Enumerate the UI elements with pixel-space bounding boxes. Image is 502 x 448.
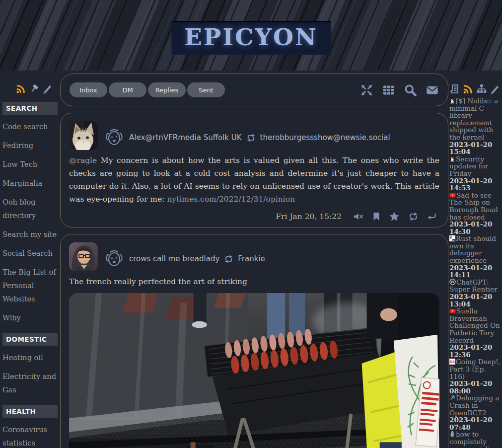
bookmark-icon[interactable]: [372, 212, 380, 221]
profile-banner[interactable]: EPICYON: [0, 0, 502, 71]
instance-title: EPICYON: [171, 21, 331, 55]
newswire-title[interactable]: Debugging a Crash in OpenRCT2: [449, 394, 499, 416]
sidebar-link-coronavirus-statistics[interactable]: Coronavirus statistics: [2, 423, 58, 448]
share-tree-icon[interactable]: [476, 83, 487, 94]
tab-dm[interactable]: DM: [109, 82, 146, 97]
newswire-date: 2023-01-20 14:53: [449, 177, 501, 192]
envelope-icon[interactable]: [426, 83, 439, 97]
post-boosted-from[interactable]: Frankie: [238, 254, 265, 263]
sidebar-link-wiby[interactable]: Wiby: [2, 311, 58, 325]
yw-favicon-icon: Yw: [449, 235, 455, 241]
tab-replies[interactable]: Replies: [148, 82, 186, 97]
newswire-title[interactable]: Sad to see The Ship on Borough Road has …: [449, 191, 498, 221]
sidebar-link-search-my-site[interactable]: Search my site: [2, 228, 58, 241]
newswire-title[interactable]: Rust should own its debugger experience: [449, 234, 496, 264]
sidebar-link-ooh-blog-directory[interactable]: Ooh blog directory: [2, 196, 58, 223]
dog-person-icon: [104, 127, 125, 148]
newswire-date: 2023-01-20 14:30: [449, 221, 501, 235]
newswire-date: 2023-01-20 12:36: [449, 344, 501, 358]
star-icon[interactable]: [389, 212, 399, 221]
tab-sent[interactable]: Sent: [187, 82, 225, 97]
post-text: The french really perfected the art of s…: [69, 277, 247, 286]
sidebar-link-code-search[interactable]: Code search: [2, 120, 58, 134]
wordpress-icon: W: [449, 279, 456, 285]
sidebar-link-big-list-personal-websites[interactable]: The Big List of Personal Websites: [2, 266, 58, 306]
newswire-item: YwRust should own its debugger experienc…: [449, 235, 501, 279]
post-card: Alex@rtnVFRmedia Suffolk UK therobburges…: [60, 113, 448, 227]
newswire-date: 2023-01-20 15:04: [449, 141, 501, 155]
boost-icon: [224, 255, 233, 263]
sidebar-link-social-search[interactable]: Social Search: [2, 247, 58, 260]
rss-icon[interactable]: [16, 83, 26, 94]
post-boosted-from[interactable]: therobburgessshow@newsie.social: [260, 133, 390, 142]
newswire-icons: [449, 71, 501, 97]
newswire-title[interactable]: Suella Braverman Challenged On Pathetic …: [449, 307, 500, 344]
newswire-item: GSGoing Deep!, Part 3 (Ep. 116) 2023-01-…: [449, 358, 501, 394]
newswire-title[interactable]: ChatGPT: Super Rentier: [449, 278, 497, 294]
post-footer: Fri Jan 20, 15:22: [69, 212, 439, 221]
newswire-date: 2023-01-20 13:04: [449, 293, 501, 307]
newswire-item: Suella Braverman Challenged On Pathetic …: [449, 307, 501, 358]
newswire-item: how to completely own an airline in 3: [449, 431, 501, 448]
repeat-icon[interactable]: [408, 212, 419, 221]
reply-icon[interactable]: [428, 213, 436, 221]
sidebar-link-heating-oil[interactable]: Heating oil: [2, 351, 58, 365]
sidebar-section-domestic: DOMESTIC: [2, 333, 58, 346]
gs-favicon-icon: GS: [449, 359, 455, 365]
post-body: The french really perfected the art of s…: [69, 275, 439, 288]
timeline-column: Inbox DM Replies Sent: [60, 71, 448, 448]
lwn-penguin-icon: [449, 97, 455, 104]
newswire-item: Security updates for Friday 2023-01-20 1…: [449, 155, 501, 192]
newswire-title[interactable]: how to completely own an airline in 3: [449, 430, 498, 448]
lwn-penguin-icon: [449, 155, 455, 162]
post-header: crows call me breadlady Frankie: [104, 242, 439, 271]
left-sidebar: SEARCH Code search Fediring Low Tech Mar…: [0, 71, 60, 448]
post-image-bbq-protest[interactable]: [69, 293, 439, 448]
rss-icon[interactable]: [463, 83, 474, 94]
newswire-item: WChatGPT: Super Rentier 2023-01-20 13:04: [449, 279, 501, 307]
edit-pen-icon[interactable]: [42, 83, 53, 94]
newswire-date: 2023-01-20 14:11: [449, 264, 501, 279]
content-columns: SEARCH Code search Fediring Low Tech Mar…: [0, 71, 502, 448]
mute-icon[interactable]: [354, 212, 363, 221]
sidebar-section-search: SEARCH: [2, 102, 58, 115]
avatar[interactable]: [69, 242, 98, 271]
post-body: @ragle My concern is about how the arts …: [69, 154, 439, 206]
avatar[interactable]: [69, 121, 98, 150]
newswire-date: 2023-01-20 08:00: [449, 380, 501, 394]
post-author[interactable]: crows call me breadlady: [129, 254, 219, 263]
left-sidebar-icons: [2, 71, 58, 96]
newswire-item: Debugging a Crash in OpenRCT2 2023-01-20…: [449, 394, 501, 431]
document-icon[interactable]: [449, 83, 460, 94]
hammer-icon[interactable]: [29, 83, 40, 94]
sidebar-link-fediring[interactable]: Fediring: [2, 139, 58, 152]
newswire-item: [$] Nolibc: a minimal C-library replacem…: [449, 97, 501, 155]
epicyon-page: EPICYON SEARCH Code search Fediring Low …: [0, 0, 502, 448]
newswire-title[interactable]: Going Deep!, Part 3 (Ep. 116): [449, 358, 501, 380]
youtube-icon: [449, 308, 456, 314]
search-icon[interactable]: [404, 83, 417, 97]
timeline-tabs-panel: Inbox DM Replies Sent: [60, 74, 448, 106]
gray-bird-icon: [449, 431, 455, 437]
post-card: crows call me breadlady Frankie The fren…: [60, 234, 448, 448]
post-timestamp[interactable]: Fri Jan 20, 15:22: [276, 212, 342, 221]
sidebar-link-marginalia[interactable]: Marginalia: [2, 177, 58, 190]
sidebar-link-electricity-and-gas[interactable]: Electricity and Gas: [2, 370, 58, 397]
post-header: Alex@rtnVFRmedia Suffolk UK therobburges…: [104, 121, 439, 150]
external-link[interactable]: nytimes.com/2022/12/31/opinion: [167, 195, 295, 204]
dog-person-icon: [104, 248, 125, 269]
table-icon[interactable]: [382, 83, 395, 97]
sidebar-link-low-tech[interactable]: Low Tech: [2, 158, 58, 171]
newswire-title[interactable]: [$] Nolibc: a minimal C-library replacem…: [449, 97, 498, 141]
edit-pen-icon[interactable]: [490, 84, 500, 94]
newswire-item: Sad to see The Ship on Borough Road has …: [449, 192, 501, 235]
mention-link[interactable]: @ragle: [69, 156, 97, 165]
arrow-up-right-icon: [449, 395, 455, 401]
youtube-icon: [449, 192, 456, 198]
tab-inbox[interactable]: Inbox: [70, 82, 107, 97]
svg-text:w: w: [452, 238, 455, 241]
svg-text:W: W: [450, 279, 455, 284]
post-author[interactable]: Alex@rtnVFRmedia Suffolk UK: [129, 133, 242, 142]
expand-icon[interactable]: [360, 83, 373, 97]
newswire-column: [$] Nolibc: a minimal C-library replacem…: [448, 71, 502, 448]
